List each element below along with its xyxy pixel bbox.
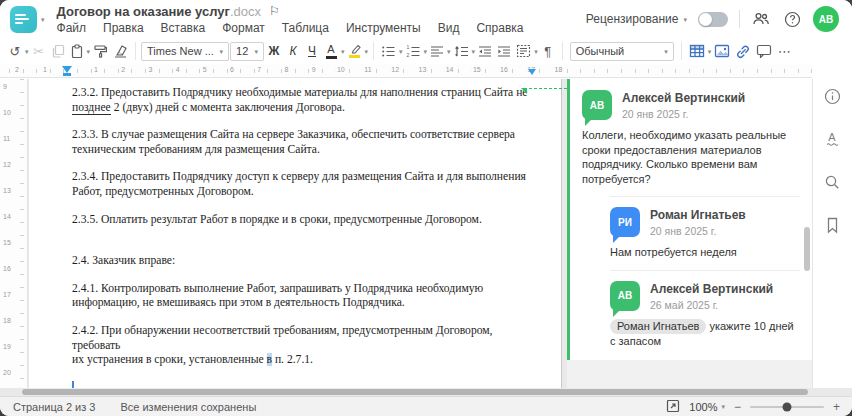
increase-indent-button[interactable]	[495, 41, 513, 61]
cut-button[interactable]: ✂	[30, 41, 48, 61]
menu-item-Вставка[interactable]: Вставка	[161, 21, 206, 35]
ruler-number: 4	[174, 66, 182, 73]
horizontal-ruler: 21123456789101112131415161718	[0, 64, 812, 78]
chevron-down-icon[interactable]: ▾	[472, 48, 476, 55]
align-left-button[interactable]	[428, 41, 446, 61]
info-icon[interactable]	[824, 87, 842, 105]
comment-text: Нам потребуется неделя	[610, 245, 800, 260]
highlight-color-button[interactable]	[346, 41, 364, 61]
zoom-in-button[interactable]: +	[833, 401, 840, 413]
undo-button[interactable]: ↺	[6, 41, 24, 61]
avatar-tail-icon	[613, 310, 620, 317]
review-toggle[interactable]	[698, 12, 728, 27]
fit-width-icon[interactable]	[666, 399, 680, 415]
chevron-down-icon[interactable]: ▾	[399, 48, 403, 55]
more-button[interactable]: ⋯	[775, 41, 793, 61]
insert-table-button[interactable]	[687, 41, 707, 61]
clear-style-button[interactable]	[111, 41, 130, 61]
status-bar: Страница 2 из 3 Все изменения сохранены …	[0, 396, 852, 416]
italic-button[interactable]: К	[284, 41, 302, 61]
ruler-number: 19	[3, 342, 11, 351]
menu-item-Справка[interactable]: Справка	[476, 21, 523, 35]
main-area: 91011121314151617181920 2.3.2. Предостав…	[0, 79, 852, 396]
comments-scrollbar[interactable]	[804, 227, 810, 271]
divider	[739, 10, 740, 28]
font-name-select[interactable]: Times New ...▾	[141, 42, 229, 61]
ruler-number: 12	[3, 160, 11, 169]
bullet-list-button[interactable]	[379, 41, 398, 61]
numbered-list-button[interactable]: 12	[404, 41, 423, 61]
zoom-level-select[interactable]: 100%▾	[689, 401, 725, 413]
show-paragraph-marks-button[interactable]: ¶	[539, 41, 557, 61]
ruler-number: 5	[201, 66, 209, 73]
chevron-down-icon[interactable]: ▾	[41, 16, 45, 23]
menu-item-Таблица[interactable]: Таблица	[282, 21, 329, 35]
ruler-number: 15	[471, 66, 483, 73]
font-size-select[interactable]: 12▾	[230, 42, 264, 61]
chevron-down-icon[interactable]: ▾	[365, 48, 369, 55]
comment-button[interactable]	[754, 41, 774, 61]
avatar-tail-icon	[585, 119, 592, 126]
toolbar: ↺ ▾ ✂ ▾ Times New ...▾ 12▾ Ж К Ч А ▾	[0, 38, 852, 64]
spellcheck-icon[interactable]: А	[824, 130, 842, 148]
insert-image-button[interactable]	[712, 41, 732, 61]
copy-button[interactable]	[49, 41, 67, 61]
comment-author: Роман Игнатьев	[650, 208, 746, 222]
page-indicator[interactable]: Страница 2 из 3	[13, 401, 95, 413]
chevron-down-icon[interactable]: ▾	[708, 48, 712, 55]
comment[interactable]: АВАлексей Вертинский26 май 2025 г.Роман …	[610, 270, 800, 349]
users-icon[interactable]	[751, 9, 771, 29]
comment[interactable]: АВАлексей Вертинский20 янв 2025 г.Коллег…	[582, 90, 800, 186]
chevron-down-icon[interactable]: ▾	[534, 48, 538, 55]
menu-item-Правка[interactable]: Правка	[103, 21, 144, 35]
document-page[interactable]: 2.3.2. Предоставить Подрядчику необходим…	[29, 79, 562, 388]
horizontal-scrollbar[interactable]	[0, 388, 812, 396]
chevron-down-icon[interactable]: ▾	[87, 48, 91, 55]
format-painter-button[interactable]	[91, 41, 110, 61]
search-icon[interactable]	[824, 173, 842, 191]
chevron-down-icon[interactable]: ▾	[424, 48, 428, 55]
paste-button[interactable]	[68, 41, 86, 61]
paragraph-settings-button[interactable]	[514, 41, 533, 61]
paragraph-style-select[interactable]: Обычный▾	[570, 42, 674, 61]
chevron-down-icon[interactable]: ▾	[447, 48, 451, 55]
chevron-down-icon[interactable]: ▾	[341, 48, 345, 55]
menu-bar: ФайлПравкаВставкаФорматТаблицаИнструмент…	[57, 21, 524, 35]
right-sidebar: А	[812, 79, 852, 388]
font-color-button[interactable]: А	[322, 41, 340, 61]
menu-item-Вид[interactable]: Вид	[438, 21, 460, 35]
comment-avatar: АВ	[610, 281, 640, 311]
review-mode-dropdown[interactable]: Рецензирование▾	[586, 12, 687, 26]
underline-button[interactable]: Ч	[303, 41, 321, 61]
ruler-number: 6	[228, 66, 236, 73]
user-avatar[interactable]: АВ	[813, 6, 839, 32]
decrease-indent-button[interactable]	[476, 41, 494, 61]
menu-item-Файл[interactable]: Файл	[57, 21, 87, 35]
indent-marker-right[interactable]	[528, 69, 536, 75]
bookmark-icon[interactable]	[824, 216, 842, 234]
mention-chip[interactable]: Роман Игнатьев	[610, 319, 706, 334]
paragraph: 2.3.2. Предоставить Подрядчику необходим…	[72, 86, 533, 115]
header: ▾ Договор на оказание услуг.docx ⚐ ФайлП…	[0, 0, 852, 38]
document-title: Договор на оказание услуг.docx	[57, 4, 262, 19]
comment-thread[interactable]: АВАлексей Вертинский20 янв 2025 г.Коллег…	[567, 79, 812, 360]
insert-link-button[interactable]	[733, 41, 753, 61]
line-spacing-button[interactable]	[452, 41, 471, 61]
ruler-number: 14	[444, 66, 456, 73]
ruler-number: 10	[3, 108, 11, 117]
avatar-tail-icon	[613, 236, 620, 243]
bold-button[interactable]: Ж	[265, 41, 283, 61]
ruler-number: 1	[41, 66, 49, 73]
zoom-out-button[interactable]: −	[734, 401, 741, 413]
comment[interactable]: РИРоман Игнатьев20 янв 2025 г.Нам потреб…	[610, 196, 800, 260]
flag-icon[interactable]: ⚐	[269, 4, 280, 18]
app-logo-icon[interactable]	[10, 6, 37, 33]
menu-item-Инструменты[interactable]: Инструменты	[346, 21, 421, 35]
paragraph: 2.3.4. Предоставить Подрядчику доступ к …	[72, 170, 533, 199]
menu-item-Формат[interactable]: Формат	[222, 21, 265, 35]
zoom-slider-handle[interactable]	[782, 402, 791, 411]
chevron-down-icon[interactable]: ▾	[25, 48, 29, 55]
zoom-slider[interactable]	[750, 406, 824, 408]
help-icon[interactable]	[782, 9, 802, 29]
indent-marker-left[interactable]	[62, 66, 72, 73]
